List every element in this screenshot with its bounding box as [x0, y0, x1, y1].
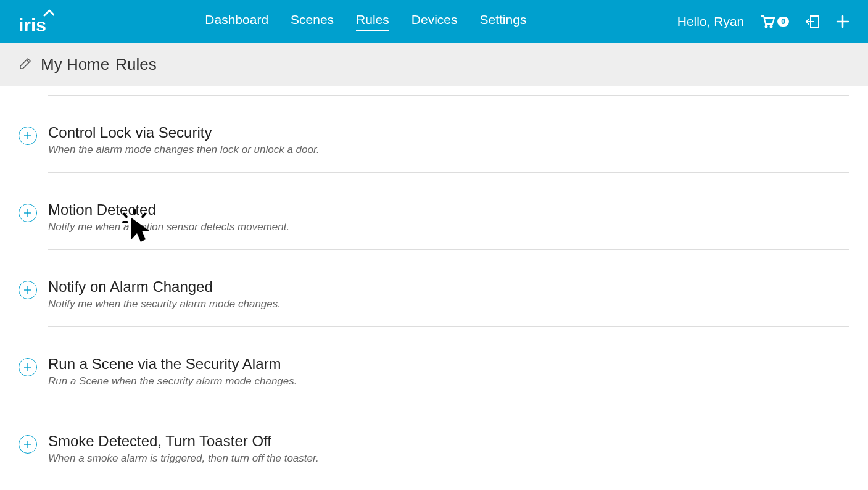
add-rule-button[interactable]	[19, 204, 37, 222]
nav-settings[interactable]: Settings	[480, 12, 527, 31]
rule-title: Smoke Detected, Turn Toaster Off	[48, 433, 849, 450]
rules-list: When the security alarm mode changes, th…	[19, 86, 849, 481]
nav-devices[interactable]: Devices	[411, 12, 458, 31]
plus-icon	[23, 363, 32, 372]
nav-dashboard[interactable]: Dashboard	[205, 12, 268, 31]
breadcrumb: My Home Rules	[41, 55, 157, 74]
rule-description: Notify me when the security alarm mode c…	[48, 298, 849, 310]
breadcrumb-page: Rules	[115, 55, 156, 74]
rule-title: Motion Detected	[48, 201, 849, 218]
pencil-icon	[19, 57, 32, 70]
main-nav: Dashboard Scenes Rules Devices Settings	[54, 12, 677, 31]
breadcrumb-home[interactable]: My Home	[41, 55, 109, 74]
rule-row[interactable]: Run a Scene via the Security Alarm Run a…	[19, 327, 849, 404]
rule-description: Notify me when a motion sensor detects m…	[48, 221, 849, 233]
add-rule-button[interactable]	[19, 281, 37, 299]
rules-content: When the security alarm mode changes, th…	[0, 86, 868, 490]
iris-logo[interactable]: iris	[19, 8, 54, 35]
rule-row[interactable]: Motion Detected Notify me when a motion …	[19, 173, 849, 250]
nav-rules[interactable]: Rules	[356, 12, 389, 31]
plus-icon	[23, 286, 32, 294]
cart-icon	[760, 15, 775, 28]
nav-scenes[interactable]: Scenes	[291, 12, 334, 31]
add-rule-button[interactable]	[19, 127, 37, 145]
plus-icon	[836, 15, 849, 28]
plus-icon	[23, 440, 32, 449]
cart-count-badge: 0	[777, 17, 789, 27]
rule-description: When a smoke alarm is triggered, then tu…	[48, 452, 849, 465]
plus-icon	[23, 131, 32, 140]
rule-title: Run a Scene via the Security Alarm	[48, 355, 849, 373]
add-rule-button[interactable]	[19, 435, 37, 454]
plus-icon	[23, 209, 32, 217]
add-rule-button[interactable]	[19, 358, 37, 376]
rule-description: Run a Scene when the security alarm mode…	[48, 375, 849, 388]
svg-point-1	[766, 26, 767, 28]
logout-button[interactable]	[805, 15, 820, 28]
header-right: Hello, Ryan 0	[677, 14, 849, 29]
rule-row[interactable]: Smoke Detected, Turn Toaster Off When a …	[19, 404, 849, 481]
rule-description: When the alarm mode changes then lock or…	[48, 144, 849, 156]
logout-icon	[805, 15, 820, 28]
add-button[interactable]	[836, 15, 849, 28]
rule-row[interactable]: Notify on Alarm Changed Notify me when t…	[19, 250, 849, 327]
edit-home-button[interactable]	[19, 57, 32, 73]
svg-line-6	[27, 60, 29, 62]
rule-row[interactable]: Control Lock via Security When the alarm…	[19, 96, 849, 173]
rule-title: Notify on Alarm Changed	[48, 278, 849, 296]
user-greeting: Hello, Ryan	[677, 14, 745, 29]
cart-button[interactable]: 0	[760, 15, 789, 28]
rule-title: Control Lock via Security	[48, 124, 849, 141]
breadcrumb-bar: My Home Rules	[0, 43, 868, 86]
rule-row[interactable]: When the security alarm mode changes, th…	[19, 86, 849, 96]
svg-point-2	[771, 26, 772, 28]
svg-text:iris: iris	[19, 15, 46, 35]
top-navigation: iris Dashboard Scenes Rules Devices Sett…	[0, 0, 868, 43]
